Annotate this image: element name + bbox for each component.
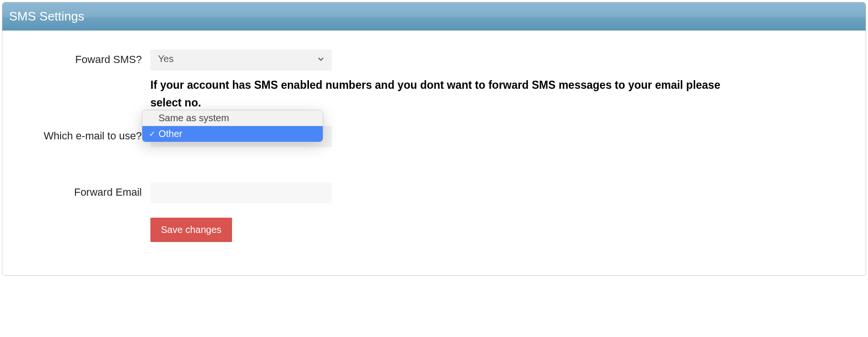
dropdown-option-same-as-system[interactable]: ✓ Same as system <box>142 110 323 126</box>
dropdown-option-other[interactable]: ✓ Other <box>142 126 323 142</box>
email-select-dropdown: ✓ Same as system ✓ Other <box>142 110 323 142</box>
email-select-label: Which e-mail to use? <box>12 126 150 142</box>
forward-sms-help: If your account has SMS enabled numbers … <box>150 76 738 112</box>
sms-settings-panel: SMS Settings Foward SMS? Yes If your acc… <box>2 2 866 276</box>
button-row: Save changes <box>12 218 856 242</box>
email-select-row: Which e-mail to use? ✓ Same as system ✓ <box>12 126 856 149</box>
forward-email-input[interactable] <box>150 182 332 203</box>
forward-email-row: Forward Email <box>12 182 856 203</box>
forward-sms-select[interactable]: Yes <box>150 50 332 71</box>
email-select-control: ✓ Same as system ✓ Other <box>150 126 856 149</box>
save-button[interactable]: Save changes <box>150 218 232 242</box>
email-select-wrap: ✓ Same as system ✓ Other <box>150 126 332 147</box>
panel-title: SMS Settings <box>2 2 866 31</box>
forward-email-label: Forward Email <box>12 182 150 199</box>
button-wrap: Save changes <box>150 218 856 242</box>
forward-sms-control: Yes If your account has SMS enabled numb… <box>150 50 856 112</box>
check-icon: ✓ <box>147 129 157 138</box>
forward-email-control <box>150 182 856 203</box>
dropdown-option-label: Other <box>159 128 182 139</box>
dropdown-option-label: Same as system <box>159 113 229 124</box>
forward-sms-row: Foward SMS? Yes If your account has SMS … <box>12 50 856 112</box>
forward-sms-label: Foward SMS? <box>12 50 150 66</box>
panel-body: Foward SMS? Yes If your account has SMS … <box>2 31 866 275</box>
forward-sms-select-wrap: Yes <box>150 50 332 71</box>
